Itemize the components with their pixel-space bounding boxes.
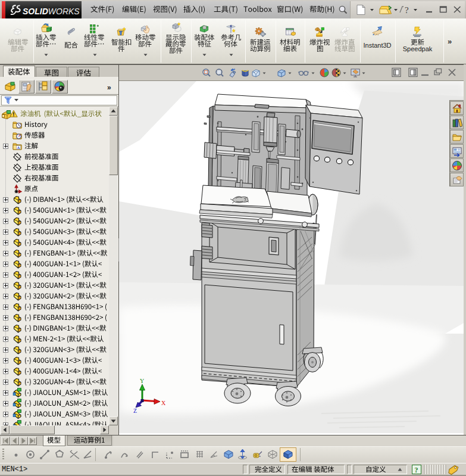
svg-text:Y: Y <box>140 378 144 384</box>
svg-text:A: A <box>17 145 20 150</box>
svg-text:Z: Z <box>133 407 137 414</box>
svg-text:X: X <box>161 400 166 406</box>
svg-text:?: ? <box>405 5 409 15</box>
svg-text:SOLIDWORKS: SOLIDWORKS <box>23 7 80 16</box>
svg-text:?: ? <box>415 466 418 474</box>
